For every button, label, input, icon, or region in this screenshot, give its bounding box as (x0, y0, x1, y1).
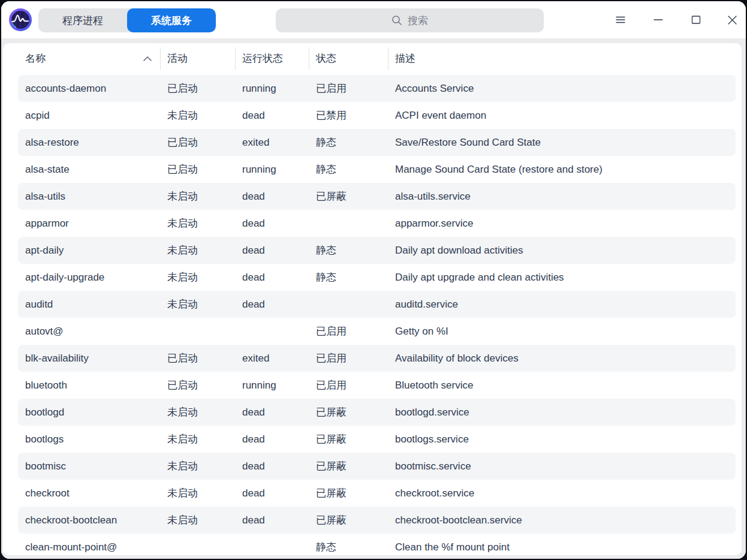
cell-run-state: dead (235, 110, 309, 122)
cell-run-state: dead (235, 487, 309, 499)
table-row[interactable]: apt-daily未启动dead静态Daily apt download act… (18, 237, 736, 264)
table-row[interactable]: checkroot未启动dead已屏蔽checkroot.service (18, 480, 736, 507)
cell-run-state: dead (235, 407, 309, 419)
minimize-icon (653, 15, 663, 25)
cell-state: 已屏蔽 (309, 513, 388, 527)
tab-system-services[interactable]: 系统服务 (127, 8, 216, 32)
maximize-icon (691, 15, 701, 25)
cell-state: 已启用 (309, 82, 388, 95)
column-header-description[interactable]: 描述 (388, 43, 736, 74)
cell-state: 静态 (309, 270, 388, 284)
cell-run-state: dead (235, 218, 309, 230)
close-button[interactable] (720, 8, 744, 32)
table-row[interactable]: bootlogd未启动dead已屏蔽bootlogd.service (18, 399, 736, 426)
table-row[interactable]: bootmisc未启动dead已屏蔽bootmisc.service (18, 453, 736, 480)
column-header-run-state[interactable]: 运行状态 (235, 43, 309, 74)
system-monitor-logo-icon (8, 8, 32, 32)
cell-active: 已启动 (160, 351, 235, 365)
column-header-active[interactable]: 活动 (160, 43, 235, 74)
cell-active: 未启动 (160, 109, 235, 122)
cell-description: Clean the %f mount point (388, 541, 736, 553)
table-header: 名称 活动 运行状态 状态 描述 (18, 43, 736, 74)
cell-state: 已禁用 (309, 109, 388, 122)
cell-run-state: running (235, 83, 309, 95)
column-header-state[interactable]: 状态 (309, 43, 388, 74)
hamburger-menu-icon (616, 16, 625, 23)
app-window: 程序进程 系统服务 搜索 (1, 1, 746, 559)
cell-active: 未启动 (160, 297, 235, 311)
cell-run-state: dead (235, 245, 309, 257)
column-header-name[interactable]: 名称 (18, 43, 160, 74)
cell-description: Daily apt upgrade and clean activities (388, 272, 736, 284)
cell-description: ACPI event daemon (388, 110, 736, 122)
cell-description: Getty on %I (388, 326, 736, 338)
cell-run-state: dead (235, 272, 309, 284)
table-row[interactable]: bootlogs未启动dead已屏蔽bootlogs.service (18, 426, 736, 453)
cell-name: acpid (18, 110, 160, 122)
menu-button[interactable] (609, 8, 632, 32)
maximize-button[interactable] (684, 8, 708, 32)
table-row[interactable]: apparmor未启动deadapparmor.service (18, 210, 736, 237)
cell-state: 已屏蔽 (309, 405, 388, 419)
table-row[interactable]: blk-availability已启动exited已启用Availability… (18, 345, 736, 372)
cell-description: checkroot.service (388, 487, 736, 499)
table-row[interactable]: alsa-state已启动running静态Manage Sound Card … (18, 156, 736, 183)
cell-run-state: dead (235, 299, 309, 311)
cell-active: 已启动 (160, 82, 235, 95)
cell-description: Accounts Service (388, 83, 736, 95)
cell-name: alsa-state (18, 164, 160, 176)
cell-state: 静态 (309, 136, 388, 149)
cell-active: 未启动 (160, 513, 235, 527)
table-row[interactable]: autovt@已启用Getty on %I (18, 318, 736, 345)
table-row[interactable]: alsa-restore已启动exited静态Save/Restore Soun… (18, 129, 736, 156)
cell-active: 未启动 (160, 486, 235, 500)
cell-state: 已启用 (309, 324, 388, 338)
search-input[interactable]: 搜索 (276, 8, 544, 32)
cell-name: blk-availability (18, 353, 160, 365)
cell-active: 未启动 (160, 405, 235, 419)
table-row[interactable]: acpid未启动dead已禁用ACPI event daemon (18, 102, 736, 129)
cell-run-state: exited (235, 353, 309, 365)
cell-description: Availability of block devices (388, 353, 736, 365)
table-body: accounts-daemon已启动running已启用Accounts Ser… (18, 75, 736, 555)
table-row[interactable]: bluetooth已启动running已启用Bluetooth service (18, 372, 736, 399)
cell-run-state: dead (235, 191, 309, 203)
cell-active: 未启动 (160, 459, 235, 473)
close-icon (727, 15, 737, 25)
table-row[interactable]: auditd未启动deadauditd.service (18, 291, 736, 318)
search-placeholder: 搜索 (408, 14, 428, 28)
cell-active: 已启动 (160, 378, 235, 392)
cell-description: bootmisc.service (388, 460, 736, 472)
cell-description: alsa-utils.service (388, 191, 736, 203)
cell-state: 静态 (309, 162, 388, 176)
cell-description: auditd.service (388, 299, 736, 311)
cell-active: 未启动 (160, 189, 235, 203)
table-row[interactable]: apt-daily-upgrade未启动dead静态Daily apt upgr… (18, 264, 736, 291)
cell-active: 已启动 (160, 136, 235, 149)
table-row[interactable]: clean-mount-point@静态Clean the %f mount p… (18, 534, 736, 555)
table-row[interactable]: alsa-utils未启动dead已屏蔽alsa-utils.service (18, 183, 736, 210)
table-row[interactable]: checkroot-bootclean未启动dead已屏蔽checkroot-b… (18, 507, 736, 534)
cell-state: 静态 (309, 540, 388, 554)
cell-run-state: running (235, 380, 309, 392)
table-row[interactable]: accounts-daemon已启动running已启用Accounts Ser… (18, 75, 736, 102)
cell-name: autovt@ (18, 326, 160, 338)
cell-name: alsa-restore (18, 137, 160, 149)
tab-processes[interactable]: 程序进程 (38, 8, 127, 32)
cell-state: 已屏蔽 (309, 189, 388, 203)
cell-state: 静态 (309, 243, 388, 257)
tab-switcher: 程序进程 系统服务 (38, 8, 216, 32)
cell-state: 已屏蔽 (309, 459, 388, 473)
sort-ascending-icon (143, 56, 152, 61)
cell-description: Save/Restore Sound Card State (388, 137, 736, 149)
cell-active: 已启动 (160, 162, 235, 176)
services-table: 名称 活动 运行状态 状态 描述 accounts-daem (3, 43, 742, 555)
cell-name: bootlogs (18, 433, 160, 445)
content-area: 名称 活动 运行状态 状态 描述 accounts-daem (1, 38, 746, 559)
cell-description: checkroot-bootclean.service (388, 514, 736, 526)
minimize-button[interactable] (646, 8, 670, 32)
cell-name: checkroot-bootclean (18, 514, 160, 526)
cell-run-state: dead (235, 433, 309, 445)
cell-name: apt-daily-upgrade (18, 272, 160, 284)
title-bar[interactable]: 程序进程 系统服务 搜索 (1, 1, 746, 38)
